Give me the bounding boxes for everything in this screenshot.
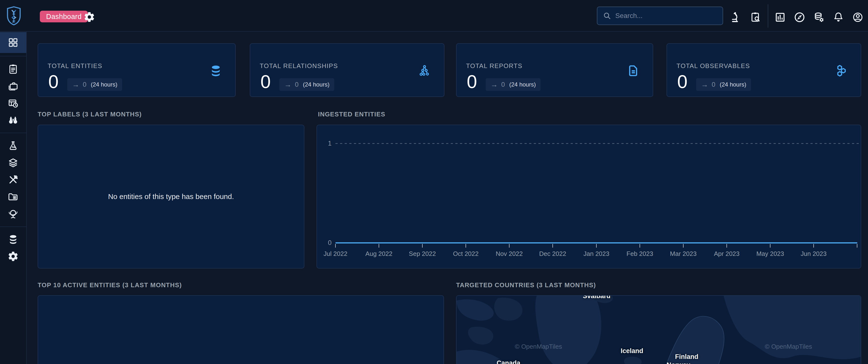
delta-period: (24 hours) — [509, 81, 536, 88]
sidebar-nav — [0, 32, 27, 364]
y-axis-tick-0: 0 — [320, 239, 332, 247]
clipboard-search-icon[interactable] — [749, 11, 761, 23]
map-label-iceland: Iceland — [621, 347, 643, 355]
clipboard-report-icon — [7, 64, 19, 75]
hammer-wrench-icon — [7, 174, 19, 186]
top-labels-panel: No entities of this type has been found. — [38, 125, 304, 269]
table-clock-icon — [7, 98, 19, 109]
sidebar-item-cases[interactable] — [0, 78, 26, 95]
x-tick — [422, 244, 423, 248]
x-tick — [683, 244, 684, 248]
database-icon — [7, 234, 19, 245]
sidebar-item-locations[interactable] — [0, 205, 26, 222]
ingested-entities-chart: 1 0 Jul 2022 Aug 2022 Sep 2022 Oct 2022 … — [316, 125, 861, 269]
topbar-divider — [768, 4, 768, 28]
x-label: Sep 2022 — [404, 250, 440, 258]
sidebar-item-settings[interactable] — [0, 248, 26, 265]
x-label: May 2023 — [752, 250, 788, 258]
x-label: Dec 2022 — [534, 250, 571, 258]
delta-chip: → 0 (24 hours) — [696, 78, 751, 91]
binoculars-icon — [7, 115, 19, 126]
sidebar-item-dashboard[interactable] — [0, 34, 26, 51]
sidebar-item-threats[interactable] — [0, 137, 26, 154]
x-tick — [726, 244, 727, 248]
section-title-top-labels: TOP LABELS (3 LAST MONTHS) — [38, 111, 142, 118]
x-tick — [596, 244, 597, 248]
x-tick — [640, 244, 640, 248]
x-tick — [813, 244, 814, 248]
delta-value: 0 — [83, 81, 86, 88]
delta-period: (24 hours) — [303, 81, 330, 88]
delta-chip: → 0 (24 hours) — [67, 78, 122, 91]
delta-chip: → 0 (24 hours) — [486, 78, 540, 91]
x-tick — [509, 244, 509, 248]
arrow-right-icon: → — [72, 80, 80, 89]
stat-title: TOTAL REPORTS — [466, 62, 522, 70]
top-active-entities-panel — [38, 295, 444, 364]
stat-value: 0 — [677, 72, 687, 91]
delta-value: 0 — [712, 81, 715, 88]
document-icon — [626, 64, 640, 78]
sidebar-item-events[interactable] — [0, 95, 26, 112]
sidebar-item-analyses[interactable] — [0, 61, 26, 78]
x-label: Jan 2023 — [578, 250, 615, 258]
briefcase-icon — [7, 81, 19, 92]
delta-period: (24 hours) — [720, 81, 746, 88]
sidebar-divider — [0, 56, 26, 56]
sidebar-item-entities[interactable] — [0, 188, 26, 205]
layers-icon — [7, 157, 19, 168]
y-axis-tick-1: 1 — [320, 140, 332, 147]
stat-card-total-relationships: TOTAL RELATIONSHIPS 0 → 0 (24 hours) — [250, 43, 444, 97]
dashboard-grid-icon — [7, 37, 19, 48]
explore-compass-icon[interactable] — [794, 11, 805, 23]
app-logo[interactable] — [6, 6, 21, 26]
targeted-countries-map[interactable]: Svalbard © OpenMapTiles © OpenMapTiles I… — [456, 295, 861, 364]
chart-series-line — [336, 242, 857, 244]
stat-title: TOTAL ENTITIES — [48, 62, 102, 70]
database-icon — [209, 64, 223, 78]
x-label: Jul 2022 — [317, 250, 354, 258]
stat-card-total-observables: TOTAL OBSERVABLES 0 → 0 (24 hours) — [666, 43, 861, 97]
notifications-bell-icon[interactable] — [833, 11, 844, 23]
map-label-finland: Finland — [675, 353, 698, 361]
sidebar-item-arsenal[interactable] — [0, 154, 26, 171]
delta-period: (24 hours) — [91, 81, 117, 88]
delta-chip: → 0 (24 hours) — [279, 78, 334, 91]
map-label-svalbard: Svalbard — [583, 295, 611, 300]
delta-value: 0 — [501, 81, 505, 88]
arrow-right-icon: → — [491, 80, 498, 89]
microscope-icon[interactable] — [730, 11, 742, 23]
sidebar-item-data[interactable] — [0, 231, 26, 248]
sidebar-item-techniques[interactable] — [0, 171, 26, 188]
sidebar-divider — [0, 226, 26, 227]
stat-title: TOTAL OBSERVABLES — [677, 62, 750, 70]
topbar: Dashboard — [0, 0, 868, 32]
custom-dashboards-icon[interactable] — [774, 11, 786, 23]
x-tick — [466, 244, 466, 248]
x-label: Feb 2023 — [622, 250, 658, 258]
globe-stand-icon — [7, 208, 19, 219]
map-label-canada: Canada — [497, 359, 520, 364]
x-tick — [857, 244, 857, 248]
page-settings-gear-icon[interactable] — [84, 11, 95, 23]
section-title-ingested-entities: INGESTED ENTITIES — [318, 111, 385, 118]
map-label-norway: Norway — [666, 361, 690, 364]
section-title-targeted-countries: TARGETED COUNTRIES (3 LAST MONTHS) — [456, 281, 596, 289]
global-search — [597, 6, 723, 25]
search-icon — [603, 11, 612, 20]
flask-icon — [7, 140, 19, 151]
stat-card-total-reports: TOTAL REPORTS 0 → 0 (24 hours) — [456, 43, 653, 97]
delta-value: 0 — [295, 81, 299, 88]
account-profile-icon[interactable] — [852, 11, 864, 23]
map-attribution: © OpenMapTiles — [515, 343, 562, 351]
search-input[interactable] — [615, 12, 723, 20]
world-map-canvas — [457, 296, 861, 364]
breadcrumb-badge[interactable]: Dashboard — [40, 11, 88, 22]
x-label: Aug 2022 — [361, 250, 397, 258]
arrow-right-icon: → — [701, 80, 708, 89]
data-management-icon[interactable] — [813, 11, 825, 23]
x-tick — [553, 244, 553, 248]
stat-card-total-entities: TOTAL ENTITIES 0 → 0 (24 hours) — [38, 43, 236, 97]
x-label: Nov 2022 — [491, 250, 527, 258]
sidebar-item-observations[interactable] — [0, 112, 26, 129]
